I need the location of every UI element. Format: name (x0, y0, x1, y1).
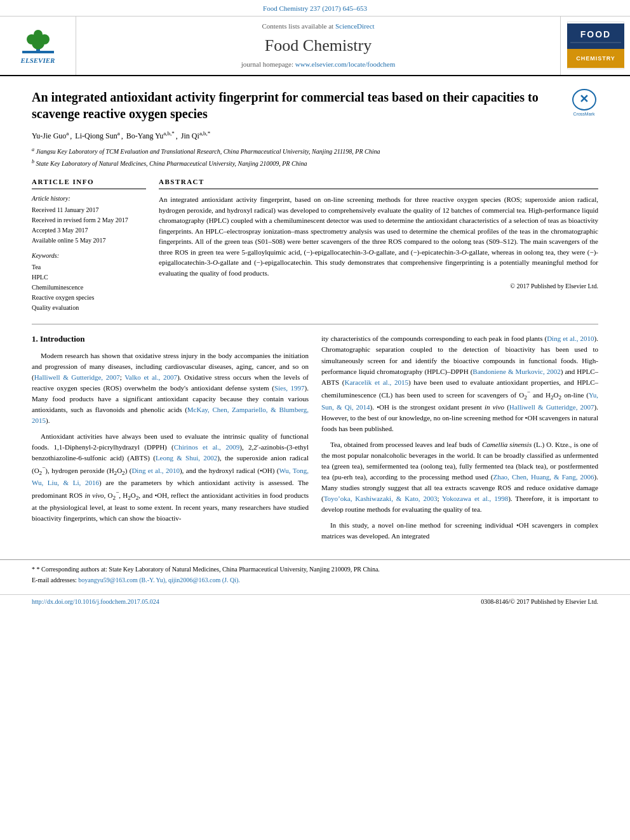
sciencedirect-line: Contents lists available at ScienceDirec… (262, 22, 374, 31)
copyright-line: © 2017 Published by Elsevier Ltd. (159, 282, 598, 291)
journal-title-heading: Food Chemistry (265, 34, 372, 57)
abstract-column: ABSTRACT An integrated antioxidant activ… (159, 177, 598, 314)
keyword-2: HPLC (32, 273, 146, 282)
affiliation-1: a Jiangsu Key Laboratory of TCM Evaluati… (32, 146, 598, 156)
authors-line: Yu-Jie Guoa, Li-Qiong Suna, Bo-Yang Yua,… (32, 130, 598, 142)
abstract-header: ABSTRACT (159, 177, 598, 189)
ref-chirinos-2009[interactable]: Chirinos et al., 2009 (174, 443, 239, 451)
keyword-1: Tea (32, 263, 146, 272)
ref-halliwell-2007-b[interactable]: Halliwell & Gutteridge, 2007 (509, 403, 594, 411)
history-received: Received 11 January 2017 (32, 206, 146, 215)
affiliations: a Jiangsu Key Laboratory of TCM Evaluati… (32, 146, 598, 168)
footnote-email-label: E-mail addresses: (32, 577, 77, 583)
svg-text:CHEMISTRY: CHEMISTRY (576, 55, 615, 62)
footnote-area: * * Corresponding authors at: State Key … (0, 559, 630, 592)
body-para-2: Antioxidant activities have always been … (32, 431, 309, 524)
history-title: Article history: (32, 194, 146, 203)
svg-text:FOOD: FOOD (580, 29, 610, 39)
ref-karacelik-2015[interactable]: Karacelik et al., 2015 (345, 378, 408, 386)
doi-bar: http://dx.doi.org/10.1016/j.foodchem.201… (0, 594, 630, 609)
keywords-title: Keywords: (32, 251, 146, 260)
ref-zhao-2006[interactable]: Zhao, Chen, Huang, & Fang, 2006 (493, 473, 594, 481)
body-right-column: ity characteristics of the compounds cor… (321, 333, 598, 547)
crossmark-label: CrossMark (573, 111, 595, 117)
food-chemistry-logo-area: FOOD CHEMISTRY (560, 17, 630, 74)
homepage-label: journal homepage: (241, 60, 293, 68)
body-para-4: Tea, obtained from processed leaves and … (321, 439, 598, 515)
doi-link[interactable]: http://dx.doi.org/10.1016/j.foodchem.201… (32, 597, 159, 606)
ref-ding-2010[interactable]: Ding et al., 2010 (131, 467, 180, 474)
svg-point-4 (34, 30, 43, 39)
journal-reference: Food Chemistry 237 (2017) 645–653 (263, 4, 367, 12)
elsevier-logo-area: ELSEVIER (0, 17, 76, 74)
footnote-corresponding-text: * Corresponding authors at: State Key La… (37, 566, 380, 573)
abstract-text: An integrated antioxidant activity finge… (159, 194, 598, 278)
section-1-title: 1. Introduction (32, 333, 309, 345)
ref-sies-1997[interactable]: Sies, 1997 (274, 384, 305, 392)
author-1: Yu-Jie Guoa (32, 131, 69, 140)
article-info-abstract-section: ARTICLE INFO Article history: Received 1… (32, 177, 598, 314)
article-content: An integrated antioxidant activity finge… (0, 76, 630, 560)
article-info-column: ARTICLE INFO Article history: Received 1… (32, 177, 146, 314)
footnote-email-line: E-mail addresses: boyangyu59@163.com (B.… (32, 576, 598, 585)
footnote-emails[interactable]: boyangyu59@163.com (B.-Y. Yu), qijin2006… (78, 577, 240, 583)
article-info-header: ARTICLE INFO (32, 177, 146, 189)
article-title: An integrated antioxidant activity finge… (32, 89, 598, 122)
elsevier-tree-icon (22, 25, 54, 54)
crossmark-badge: ✕ CrossMark (570, 89, 598, 117)
history-revised: Received in revised form 2 May 2017 (32, 216, 146, 225)
keywords-section: Keywords: Tea HPLC Chemiluminescence Rea… (32, 251, 146, 312)
ref-halliwell-2007[interactable]: Halliwell & Gutteridge, 2007 (34, 373, 120, 381)
affiliation-2: b State Key Laboratory of Natural Medici… (32, 158, 598, 168)
journal-center: Contents lists available at ScienceDirec… (76, 17, 560, 74)
journal-homepage-line: journal homepage: www.elsevier.com/locat… (241, 60, 395, 69)
ref-bandoniene-2002[interactable]: Bandoniene & Murkovic, 2002 (473, 368, 560, 375)
elsevier-logo: ELSEVIER (21, 25, 55, 65)
page-wrapper: Food Chemistry 237 (2017) 645–653 ELSEVI… (0, 0, 630, 840)
body-left-column: 1. Introduction Modern research has show… (32, 333, 309, 547)
article-history: Article history: Received 11 January 201… (32, 194, 146, 245)
ref-valko-2007[interactable]: Valko et al., 2007 (124, 373, 177, 381)
ref-leong-2002[interactable]: Leong & Shui, 2002 (156, 454, 217, 462)
fc-logo-image: FOOD CHEMISTRY (567, 23, 624, 68)
keyword-4: Reactive oxygen species (32, 293, 146, 302)
svg-rect-5 (22, 51, 54, 53)
body-para-3: ity characteristics of the compounds cor… (321, 333, 598, 434)
elsevier-wordmark: ELSEVIER (21, 56, 55, 65)
issn-text: 0308-8146/© 2017 Published by Elsevier L… (481, 597, 598, 606)
ref-ding-2010-b[interactable]: Ding et al., 2010 (547, 335, 594, 342)
body-para-5: In this study, a novel on-line method fo… (321, 520, 598, 542)
body-para-1: Modern research has shown that oxidative… (32, 350, 309, 426)
section-divider (32, 324, 598, 324)
history-online: Available online 5 May 2017 (32, 236, 146, 245)
homepage-link[interactable]: www.elsevier.com/locate/foodchem (295, 60, 396, 68)
keyword-5: Quality evaluation (32, 303, 146, 312)
top-bar: Food Chemistry 237 (2017) 645–653 (0, 0, 630, 17)
crossmark-icon: ✕ (579, 91, 589, 107)
body-section: 1. Introduction Modern research has show… (32, 333, 598, 547)
ref-toyooka-2003[interactable]: Toyo’oka, Kashiwazaki, & Kato, 2003 (324, 495, 438, 502)
ref-mckay-2015[interactable]: McKay, Chen, Zampariello, & Blumberg, 20… (32, 406, 309, 424)
author-3: Bo-Yang Yua,b,* (126, 131, 175, 140)
journal-header: ELSEVIER Contents lists available at Sci… (0, 17, 630, 76)
history-accepted: Accepted 3 May 2017 (32, 226, 146, 235)
ref-yokozawa-1998[interactable]: Yokozawa et al., 1998 (442, 495, 508, 502)
sciencedirect-label: Contents lists available at (262, 22, 333, 30)
author-2: Li-Qiong Suna (75, 131, 119, 140)
footnote-corresponding: * * Corresponding authors at: State Key … (32, 565, 598, 574)
sciencedirect-link[interactable]: ScienceDirect (335, 22, 375, 30)
food-chemistry-logo: FOOD CHEMISTRY (567, 22, 624, 69)
author-4: Jin Qia,b,* (181, 131, 211, 140)
crossmark-circle: ✕ (572, 89, 596, 110)
keyword-3: Chemiluminescence (32, 283, 146, 292)
